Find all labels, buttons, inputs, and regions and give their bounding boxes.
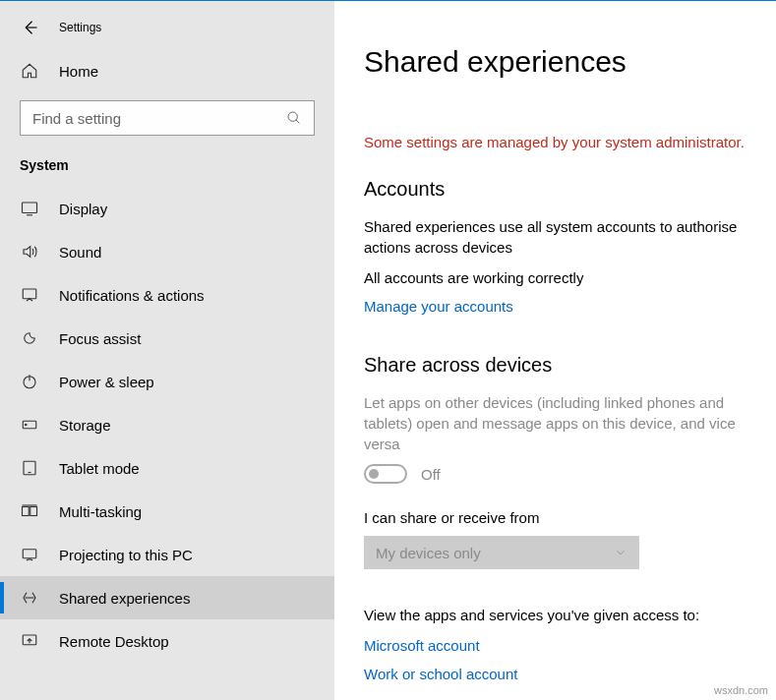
app-title: Settings [59, 21, 101, 34]
receive-dropdown-value: My devices only [376, 545, 481, 561]
sidebar-item-shared-experiences[interactable]: Shared experiences [0, 576, 334, 619]
multitasking-icon [20, 501, 39, 521]
display-icon [20, 199, 39, 218]
receive-label: I can share or receive from [364, 509, 756, 526]
search-placeholder: Find a setting [32, 110, 121, 127]
share-heading: Share across devices [364, 354, 756, 377]
manage-accounts-link[interactable]: Manage your accounts [364, 298, 513, 315]
sidebar-item-remote-desktop[interactable]: Remote Desktop [0, 619, 334, 663]
sidebar-item-storage[interactable]: Storage [0, 403, 334, 446]
sidebar-item-focus-assist[interactable]: Focus assist [0, 317, 334, 360]
sidebar-section-title: System [0, 151, 334, 187]
home-label: Home [59, 63, 98, 80]
sidebar-item-power-sleep[interactable]: Power & sleep [0, 360, 334, 403]
watermark: wsxdn.com [714, 684, 768, 696]
sound-icon [20, 242, 39, 262]
main-content: Shared experiences Some settings are man… [334, 0, 776, 700]
search-icon [286, 110, 302, 126]
accounts-status: All accounts are working correctly [364, 267, 756, 288]
sidebar-item-label: Power & sleep [59, 374, 154, 390]
shared-experiences-icon [20, 588, 39, 608]
svg-rect-12 [23, 507, 30, 516]
sidebar-item-label: Storage [59, 417, 111, 434]
sidebar-item-label: Focus assist [59, 330, 141, 347]
work-account-link[interactable]: Work or school account [364, 666, 756, 682]
back-button[interactable] [20, 18, 39, 37]
share-toggle[interactable] [364, 464, 407, 484]
admin-warning: Some settings are managed by your system… [364, 134, 756, 150]
sidebar-item-sound[interactable]: Sound [0, 230, 334, 273]
access-desc: View the apps and services you've given … [364, 605, 756, 625]
svg-point-9 [26, 424, 28, 426]
chevron-down-icon [614, 546, 627, 559]
storage-icon [20, 415, 39, 435]
accounts-desc: Shared experiences use all system accoun… [364, 216, 756, 258]
share-toggle-label: Off [421, 466, 441, 483]
sidebar-item-label: Remote Desktop [59, 633, 169, 650]
projecting-icon [20, 545, 39, 564]
remote-desktop-icon [20, 631, 39, 651]
sidebar-item-label: Display [59, 201, 107, 217]
sidebar-item-display[interactable]: Display [0, 187, 334, 230]
microsoft-account-link[interactable]: Microsoft account [364, 637, 756, 654]
sidebar-item-tablet-mode[interactable]: Tablet mode [0, 446, 334, 490]
notifications-icon [20, 285, 39, 305]
power-icon [20, 372, 39, 391]
focus-assist-icon [20, 328, 39, 348]
sidebar-item-label: Multi-tasking [59, 503, 142, 520]
home-icon [20, 61, 39, 81]
svg-point-1 [288, 112, 297, 121]
sidebar-item-label: Sound [59, 244, 101, 261]
sidebar-item-multitasking[interactable]: Multi-tasking [0, 490, 334, 533]
sidebar-item-label: Tablet mode [59, 460, 140, 477]
svg-rect-15 [23, 550, 36, 558]
svg-rect-13 [30, 507, 37, 516]
receive-dropdown[interactable]: My devices only [364, 536, 639, 569]
svg-line-2 [296, 120, 299, 123]
sidebar: Settings Home Find a setting System Disp… [0, 0, 334, 700]
search-input[interactable]: Find a setting [20, 100, 315, 136]
sidebar-item-notifications[interactable]: Notifications & actions [0, 273, 334, 317]
sidebar-item-label: Shared experiences [59, 590, 190, 607]
sidebar-item-label: Notifications & actions [59, 287, 205, 304]
sidebar-item-label: Projecting to this PC [59, 547, 193, 563]
accounts-heading: Accounts [364, 178, 756, 201]
sidebar-item-projecting[interactable]: Projecting to this PC [0, 533, 334, 576]
svg-rect-3 [23, 203, 37, 213]
home-nav[interactable]: Home [0, 51, 334, 90]
svg-rect-5 [23, 289, 36, 299]
page-title: Shared experiences [364, 45, 756, 79]
tablet-icon [20, 458, 39, 478]
share-desc: Let apps on other devices (including lin… [364, 392, 756, 454]
